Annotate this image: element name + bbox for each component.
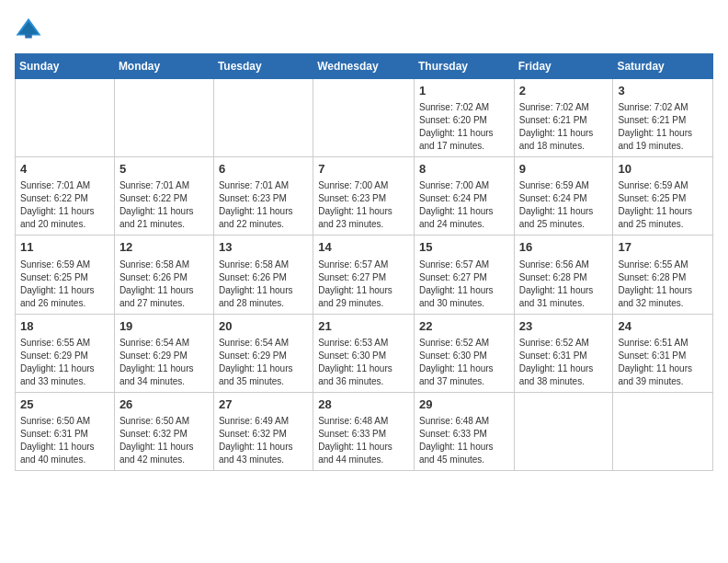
calendar-cell: 25Sunrise: 6:50 AMSunset: 6:31 PMDayligh…: [16, 392, 115, 470]
calendar-cell: 1Sunrise: 7:02 AMSunset: 6:20 PMDaylight…: [414, 79, 514, 157]
day-info: Sunrise: 7:01 AMSunset: 6:23 PMDaylight:…: [219, 179, 308, 231]
calendar-cell: 28Sunrise: 6:48 AMSunset: 6:33 PMDayligh…: [313, 392, 415, 470]
day-info: Sunrise: 6:52 AMSunset: 6:30 PMDaylight:…: [419, 337, 509, 388]
calendar-cell: 7Sunrise: 7:00 AMSunset: 6:23 PMDaylight…: [313, 157, 415, 236]
weekday-header-monday: Monday: [114, 54, 213, 79]
day-number: 4: [20, 161, 109, 178]
calendar-cell: [613, 392, 713, 470]
day-info: Sunrise: 6:48 AMSunset: 6:33 PMDaylight:…: [419, 415, 509, 466]
day-number: 9: [519, 161, 609, 178]
day-info: Sunrise: 6:56 AMSunset: 6:28 PMDaylight:…: [519, 259, 609, 310]
day-info: Sunrise: 7:00 AMSunset: 6:24 PMDaylight:…: [419, 179, 509, 231]
day-info: Sunrise: 6:59 AMSunset: 6:25 PMDaylight:…: [20, 259, 109, 310]
calendar-cell: 19Sunrise: 6:54 AMSunset: 6:29 PMDayligh…: [114, 314, 213, 392]
calendar-cell: 9Sunrise: 6:59 AMSunset: 6:24 PMDaylight…: [514, 157, 613, 236]
logo-icon: [15, 15, 42, 42]
day-info: Sunrise: 6:58 AMSunset: 6:26 PMDaylight:…: [119, 259, 209, 310]
day-info: Sunrise: 7:00 AMSunset: 6:23 PMDaylight:…: [318, 179, 409, 231]
day-info: Sunrise: 6:49 AMSunset: 6:32 PMDaylight:…: [219, 415, 308, 466]
calendar-cell: 18Sunrise: 6:55 AMSunset: 6:29 PMDayligh…: [16, 314, 115, 392]
calendar-cell: 4Sunrise: 7:01 AMSunset: 6:22 PMDaylight…: [16, 157, 115, 236]
day-number: 15: [419, 239, 509, 256]
day-number: 6: [219, 161, 308, 178]
weekday-header-wednesday: Wednesday: [313, 54, 415, 79]
svg-rect-2: [25, 34, 32, 39]
calendar-cell: 17Sunrise: 6:55 AMSunset: 6:28 PMDayligh…: [613, 236, 713, 314]
calendar-cell: 20Sunrise: 6:54 AMSunset: 6:29 PMDayligh…: [213, 314, 313, 392]
calendar-cell: 5Sunrise: 7:01 AMSunset: 6:22 PMDaylight…: [114, 157, 213, 236]
day-info: Sunrise: 6:51 AMSunset: 6:31 PMDaylight:…: [618, 337, 708, 388]
day-number: 11: [20, 239, 109, 256]
calendar-cell: 21Sunrise: 6:53 AMSunset: 6:30 PMDayligh…: [313, 314, 415, 392]
calendar-cell: 11Sunrise: 6:59 AMSunset: 6:25 PMDayligh…: [16, 236, 115, 314]
weekday-header-sunday: Sunday: [16, 54, 115, 79]
calendar-cell: 2Sunrise: 7:02 AMSunset: 6:21 PMDaylight…: [514, 79, 613, 157]
day-number: 19: [119, 318, 209, 335]
day-number: 22: [419, 318, 509, 335]
calendar-cell: 26Sunrise: 6:50 AMSunset: 6:32 PMDayligh…: [114, 392, 213, 470]
day-number: 27: [219, 396, 308, 413]
calendar-cell: 16Sunrise: 6:56 AMSunset: 6:28 PMDayligh…: [514, 236, 613, 314]
calendar-cell: 24Sunrise: 6:51 AMSunset: 6:31 PMDayligh…: [613, 314, 713, 392]
weekday-header-friday: Friday: [514, 54, 613, 79]
day-number: 12: [119, 239, 209, 256]
weekday-header-row: SundayMondayTuesdayWednesdayThursdayFrid…: [16, 54, 713, 79]
day-number: 24: [618, 318, 708, 335]
day-number: 2: [519, 83, 609, 99]
day-number: 29: [419, 396, 509, 413]
day-number: 1: [419, 83, 509, 99]
weekday-header-saturday: Saturday: [613, 54, 713, 79]
calendar-cell: 29Sunrise: 6:48 AMSunset: 6:33 PMDayligh…: [414, 392, 514, 470]
day-number: 18: [20, 318, 109, 335]
calendar-table: SundayMondayTuesdayWednesdayThursdayFrid…: [15, 53, 713, 471]
calendar-week-row: 4Sunrise: 7:01 AMSunset: 6:22 PMDaylight…: [16, 157, 713, 236]
day-info: Sunrise: 6:59 AMSunset: 6:24 PMDaylight:…: [519, 179, 609, 231]
calendar-cell: 15Sunrise: 6:57 AMSunset: 6:27 PMDayligh…: [414, 236, 514, 314]
calendar-cell: [514, 392, 613, 470]
day-info: Sunrise: 7:01 AMSunset: 6:22 PMDaylight:…: [119, 179, 209, 231]
day-info: Sunrise: 6:57 AMSunset: 6:27 PMDaylight:…: [318, 259, 409, 310]
day-number: 8: [419, 161, 509, 178]
day-number: 17: [618, 239, 708, 256]
day-number: 10: [618, 161, 708, 178]
calendar-cell: 10Sunrise: 6:59 AMSunset: 6:25 PMDayligh…: [613, 157, 713, 236]
day-number: 20: [219, 318, 308, 335]
calendar-cell: 3Sunrise: 7:02 AMSunset: 6:21 PMDaylight…: [613, 79, 713, 157]
day-number: 28: [318, 396, 409, 413]
day-info: Sunrise: 6:50 AMSunset: 6:32 PMDaylight:…: [119, 415, 209, 466]
calendar-cell: [313, 79, 415, 157]
day-info: Sunrise: 6:54 AMSunset: 6:29 PMDaylight:…: [219, 337, 308, 388]
calendar-cell: 27Sunrise: 6:49 AMSunset: 6:32 PMDayligh…: [213, 392, 313, 470]
day-info: Sunrise: 6:55 AMSunset: 6:29 PMDaylight:…: [20, 337, 109, 388]
day-info: Sunrise: 6:50 AMSunset: 6:31 PMDaylight:…: [20, 415, 109, 466]
day-info: Sunrise: 6:48 AMSunset: 6:33 PMDaylight:…: [318, 415, 409, 466]
day-info: Sunrise: 6:59 AMSunset: 6:25 PMDaylight:…: [618, 179, 708, 231]
day-info: Sunrise: 7:02 AMSunset: 6:21 PMDaylight:…: [618, 101, 708, 153]
calendar-cell: 14Sunrise: 6:57 AMSunset: 6:27 PMDayligh…: [313, 236, 415, 314]
day-info: Sunrise: 6:52 AMSunset: 6:31 PMDaylight:…: [519, 337, 609, 388]
calendar-cell: 23Sunrise: 6:52 AMSunset: 6:31 PMDayligh…: [514, 314, 613, 392]
day-number: 23: [519, 318, 609, 335]
calendar-cell: 13Sunrise: 6:58 AMSunset: 6:26 PMDayligh…: [213, 236, 313, 314]
day-info: Sunrise: 7:01 AMSunset: 6:22 PMDaylight:…: [20, 179, 109, 231]
day-number: 14: [318, 239, 409, 256]
day-number: 13: [219, 239, 308, 256]
calendar-cell: 12Sunrise: 6:58 AMSunset: 6:26 PMDayligh…: [114, 236, 213, 314]
weekday-header-tuesday: Tuesday: [213, 54, 313, 79]
calendar-week-row: 1Sunrise: 7:02 AMSunset: 6:20 PMDaylight…: [16, 79, 713, 157]
day-info: Sunrise: 7:02 AMSunset: 6:20 PMDaylight:…: [419, 101, 509, 153]
day-info: Sunrise: 6:53 AMSunset: 6:30 PMDaylight:…: [318, 337, 409, 388]
page-header: [15, 15, 713, 42]
day-info: Sunrise: 6:54 AMSunset: 6:29 PMDaylight:…: [119, 337, 209, 388]
day-number: 16: [519, 239, 609, 256]
calendar-week-row: 18Sunrise: 6:55 AMSunset: 6:29 PMDayligh…: [16, 314, 713, 392]
logo: [15, 15, 48, 42]
calendar-cell: 6Sunrise: 7:01 AMSunset: 6:23 PMDaylight…: [213, 157, 313, 236]
weekday-header-thursday: Thursday: [414, 54, 514, 79]
day-info: Sunrise: 6:58 AMSunset: 6:26 PMDaylight:…: [219, 259, 308, 310]
day-number: 5: [119, 161, 209, 178]
day-info: Sunrise: 6:55 AMSunset: 6:28 PMDaylight:…: [618, 259, 708, 310]
calendar-cell: [114, 79, 213, 157]
day-number: 3: [618, 83, 708, 99]
day-number: 25: [20, 396, 109, 413]
